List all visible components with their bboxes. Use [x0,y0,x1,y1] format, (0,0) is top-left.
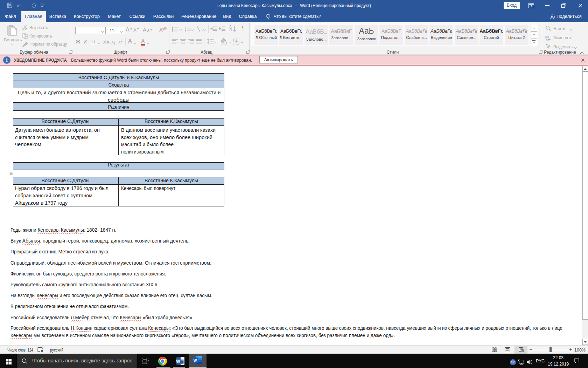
svg-text:W: W [194,358,197,362]
svg-text:3: 3 [185,30,186,32]
svg-text:W: W [176,359,180,364]
